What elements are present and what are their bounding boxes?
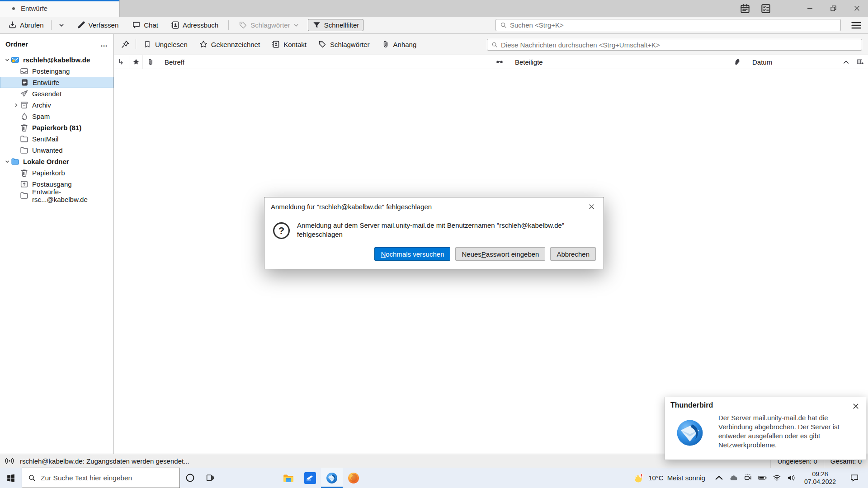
quick-filter-bar: UngelesenGekennzeichnetKontaktSchlagwört… <box>114 34 868 55</box>
get-mail-icon <box>8 21 17 29</box>
action-center-button[interactable] <box>844 474 864 483</box>
taskbar-search-input[interactable]: Zur Suche Text hier eingeben <box>22 468 180 488</box>
tab-activity-dot <box>12 7 15 10</box>
column-attachments[interactable] <box>143 55 158 69</box>
spam-icon <box>20 112 28 121</box>
tasks-icon[interactable] <box>760 3 771 14</box>
get-mail-button[interactable]: Abrufen <box>5 19 47 31</box>
taskbar-app-scan-app-icon[interactable] <box>299 468 321 488</box>
retry-button[interactable]: Nochmals versuchen <box>374 247 450 261</box>
local-folder-icon <box>11 157 19 166</box>
folder-row-rschleh-kabelbw-de[interactable]: rschleh@kabelbw.de <box>0 54 113 66</box>
folder-row-papierkorb[interactable]: Papierkorb <box>0 167 113 178</box>
outbox-icon <box>20 180 28 188</box>
taskbar-app-explorer-icon[interactable] <box>278 468 299 488</box>
column-read-toggle[interactable] <box>491 55 509 69</box>
chevron-up-icon[interactable] <box>715 474 723 482</box>
tag-icon <box>318 40 326 48</box>
folder-row-lokale-ordner[interactable]: Lokale Ordner <box>0 156 113 167</box>
task-view-button[interactable] <box>200 468 220 488</box>
battery-icon[interactable] <box>758 474 767 482</box>
close-button[interactable] <box>850 3 863 14</box>
quick-filter-anhang[interactable]: Anhang <box>379 38 420 50</box>
column-picker-button[interactable] <box>852 55 868 69</box>
login-failed-dialog: Anmeldung für "rschleh@kabelbw.de" fehlg… <box>264 197 604 269</box>
sort-direction-indicator[interactable] <box>840 55 852 69</box>
quick-filter-button[interactable]: Schnellfilter <box>308 19 364 31</box>
column-participants[interactable]: Beteiligte <box>509 55 728 69</box>
quick-filter-label: Ungelesen <box>155 41 188 48</box>
column-subject[interactable]: Betreff <box>158 55 491 69</box>
quick-filter-ungelesen[interactable]: Ungelesen <box>141 38 190 50</box>
taskbar-app-thunderbird-logo-icon[interactable] <box>321 468 343 488</box>
folder-label: SentMail <box>32 135 58 143</box>
compose-button[interactable]: Verfassen <box>73 19 123 31</box>
global-search-input[interactable]: Suchen <Strg+K> <box>495 19 841 31</box>
chevron-right-icon[interactable] <box>12 102 20 109</box>
chevron-down-icon <box>59 23 64 28</box>
tags-button: Schlagwörter <box>235 19 302 31</box>
tab-entwuerfe[interactable]: Entwürfe <box>0 0 120 17</box>
quick-filter-gekennzeichnet[interactable]: Gekennzeichnet <box>197 38 263 50</box>
folder-row-sentmail[interactable]: SentMail <box>0 133 113 145</box>
cloud-icon[interactable] <box>729 474 738 482</box>
folder-row-spam[interactable]: Spam <box>0 111 113 122</box>
calendar-icon[interactable] <box>740 3 750 14</box>
folder-row-gesendet[interactable]: Gesendet <box>0 88 113 99</box>
taskbar-clock[interactable]: 09:28 07.04.2022 <box>802 470 839 486</box>
wifi-icon[interactable] <box>773 474 781 482</box>
chat-button[interactable]: Chat <box>128 19 162 31</box>
folder-label: Postausgang <box>32 180 72 188</box>
folder-row-entw-rfe-rsc-kabelbw-de[interactable]: Entwürfe-rsc...@kabelbw.de <box>0 190 113 201</box>
address-book-label: Adressbuch <box>183 21 218 29</box>
folder-row-archiv[interactable]: Archiv <box>0 99 113 111</box>
address-book-button[interactable]: Adressbuch <box>167 19 222 31</box>
folder-row-posteingang[interactable]: Posteingang <box>0 66 113 77</box>
taskbar-weather[interactable]: 10°C Meist sonnig <box>633 472 705 484</box>
column-thread[interactable] <box>114 55 129 69</box>
chevron-down-icon[interactable] <box>3 56 11 64</box>
minimize-button[interactable] <box>803 3 816 14</box>
quick-filter-schlagw-rter[interactable]: Schlagwörter <box>316 38 373 50</box>
restore-button[interactable] <box>826 3 840 14</box>
taskbar-apps <box>278 468 364 488</box>
column-date[interactable]: Datum <box>746 55 840 69</box>
windows-logo-icon <box>7 474 15 482</box>
explorer-icon <box>283 472 294 484</box>
folder-row-papierkorb-81[interactable]: Papierkorb (81) <box>0 122 113 133</box>
quick-filter-label: Kontakt <box>283 41 307 48</box>
column-received[interactable] <box>728 55 746 69</box>
notification-close-button[interactable] <box>850 401 861 412</box>
filter-search-input[interactable]: Diese Nachrichten durchsuchen <Strg+Umsc… <box>487 39 862 51</box>
get-mail-dropdown[interactable] <box>55 21 68 30</box>
cancel-button[interactable]: Abbrechen <box>550 247 596 261</box>
dialog-close-button[interactable] <box>585 201 597 212</box>
chevron-down-icon[interactable] <box>3 158 11 165</box>
address-book-icon <box>171 21 179 29</box>
folder-pane-menu-button[interactable]: … <box>100 40 108 48</box>
meet-now-icon[interactable] <box>744 474 752 482</box>
sticky-filter-pin-icon[interactable] <box>121 40 130 49</box>
folder-label: Lokale Ordner <box>23 158 69 165</box>
new-password-button[interactable]: Neues Passwort eingeben <box>455 247 545 261</box>
column-starred[interactable] <box>129 55 143 69</box>
expander-spacer <box>12 147 20 154</box>
weather-sun-alert-icon <box>633 472 645 484</box>
start-button[interactable] <box>0 468 22 488</box>
dialog-title: Anmeldung für "rschleh@kabelbw.de" fehlg… <box>271 203 432 211</box>
get-mail-label: Abrufen <box>20 21 44 29</box>
folder-row-entw-rfe[interactable]: Entwürfe <box>0 77 113 88</box>
app-menu-button[interactable] <box>851 20 862 30</box>
close-icon <box>589 204 594 210</box>
taskview-icon <box>205 473 215 483</box>
thunderbird-logo-icon <box>326 472 338 484</box>
cortana-button[interactable] <box>180 468 200 488</box>
search-icon <box>491 42 498 48</box>
expander-spacer <box>13 79 20 86</box>
taskbar-app-firefox-icon[interactable] <box>343 468 364 488</box>
quick-filter-kontakt[interactable]: Kontakt <box>269 38 309 50</box>
volume-icon[interactable] <box>787 474 796 482</box>
folder-row-unwanted[interactable]: Unwanted <box>0 145 113 156</box>
quick-filter-label: Schnellfilter <box>324 21 359 29</box>
column-headers: Betreff Beteiligte Datum <box>114 55 868 69</box>
